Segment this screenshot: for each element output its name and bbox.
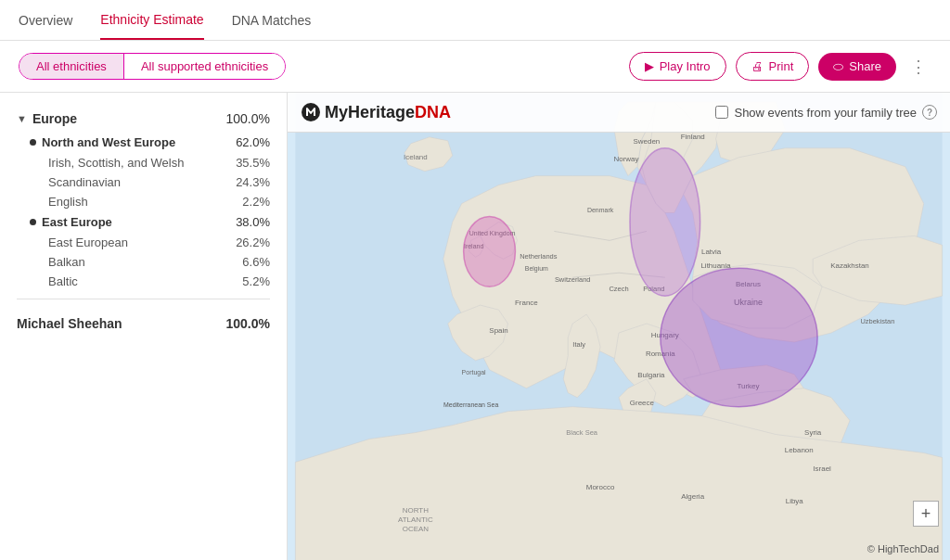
total-row: Michael Sheehan 100.0%	[0, 307, 287, 340]
israel-label: Israel	[813, 465, 831, 473]
latvia-label: Latvia	[701, 248, 722, 256]
north-atlantic-label3: OCEAN	[403, 525, 430, 533]
play-icon: ▶	[645, 59, 654, 73]
switzerland-label: Switzerland	[555, 275, 591, 284]
east-europe-group: East Europe 38.0%	[0, 211, 287, 233]
balkan-row: Balkan 6.6%	[0, 252, 287, 272]
netherlands-label: Netherlands	[520, 252, 558, 261]
nav-dna-matches[interactable]: DNA Matches	[232, 2, 312, 39]
kazakhstan-label: Kazakhstan	[830, 261, 869, 270]
black-sea-label: Black Sea	[566, 428, 597, 437]
france-label: France	[515, 299, 538, 307]
more-options-button[interactable]: ⋮	[905, 54, 931, 80]
ethnicity-filter-tabs: All ethnicities All supported ethnicitie…	[19, 53, 286, 80]
europe-label: ▼ Europe	[17, 111, 77, 126]
europe-section-header[interactable]: ▼ Europe 100.0%	[0, 106, 287, 132]
greece-label: Greece	[630, 399, 655, 407]
italy-label: Italy	[572, 340, 585, 349]
north-atlantic-label2: ATLANTIC	[398, 515, 433, 524]
bullet-icon	[30, 219, 36, 225]
east-europe-pct: 38.0%	[236, 215, 270, 229]
map-panel: MyHeritageDNA Show events from your fami…	[288, 93, 950, 560]
show-events-control: Show events from your family tree ?	[715, 105, 937, 120]
chevron-down-icon: ▼	[17, 113, 27, 124]
top-navigation: Overview Ethnicity Estimate DNA Matches	[0, 0, 950, 41]
syria-label: Syria	[804, 428, 822, 437]
help-icon[interactable]: ?	[922, 105, 937, 120]
east-european-row: East European 26.2%	[0, 233, 287, 252]
map-zoom-plus-button[interactable]: +	[913, 501, 939, 527]
myheritage-logo-icon	[301, 102, 321, 122]
map-attribution: © HighTechDad	[867, 543, 939, 554]
bullet-icon	[30, 139, 36, 146]
divider	[17, 299, 270, 299]
finland-label: Finland	[681, 133, 705, 141]
share-button[interactable]: ⬭ Share	[818, 53, 896, 81]
main-content: ▼ Europe 100.0% North and West Europe 62…	[0, 93, 950, 560]
nav-ethnicity-estimate[interactable]: Ethnicity Estimate	[100, 1, 203, 40]
show-events-label: Show events from your family tree	[734, 106, 917, 120]
tab-all-ethnicities[interactable]: All ethnicities	[19, 54, 124, 79]
portugal-label: Portugal	[462, 369, 486, 376]
lebanon-label: Lebanon	[785, 446, 814, 454]
filter-bar: All ethnicities All supported ethnicitie…	[0, 41, 950, 93]
libya-label: Libya	[786, 497, 804, 505]
europe-map-svg: Iceland Sweden Finland Norway Denmark Un…	[288, 93, 950, 560]
scandinavian-row: Scandinavian 24.3%	[0, 172, 287, 192]
north-west-europe-group: North and West Europe 62.0%	[0, 132, 287, 153]
east-europe-blob	[661, 268, 817, 406]
print-icon: 🖨	[751, 59, 764, 73]
print-button[interactable]: 🖨 Print	[736, 52, 810, 81]
north-atlantic-label: NORTH	[403, 506, 429, 515]
share-icon: ⬭	[833, 59, 843, 74]
myheritage-logo: MyHeritageDNA	[301, 102, 451, 122]
algeria-label: Algeria	[681, 492, 704, 501]
tab-all-supported-ethnicities[interactable]: All supported ethnicities	[124, 54, 285, 79]
english-row: English 2.2%	[0, 192, 287, 211]
sweden-label: Sweden	[634, 137, 661, 146]
map-header: MyHeritageDNA Show events from your fami…	[288, 93, 950, 133]
scandinavian-blob	[630, 148, 700, 296]
uzbekistan-label: Uzbekistan	[860, 317, 894, 325]
north-west-europe-pct: 62.0%	[236, 135, 270, 149]
map-container: Iceland Sweden Finland Norway Denmark Un…	[288, 93, 950, 560]
ethnicity-list-panel: ▼ Europe 100.0% North and West Europe 62…	[0, 93, 288, 560]
belgium-label: Belgium	[525, 265, 548, 273]
spain-label: Spain	[489, 326, 507, 335]
nav-overview[interactable]: Overview	[19, 2, 72, 39]
norway-label: Norway	[613, 155, 638, 163]
denmark-label: Denmark	[587, 207, 614, 213]
action-buttons: ▶ Play Intro 🖨 Print ⬭ Share ⋮	[629, 52, 931, 81]
play-intro-button[interactable]: ▶ Play Intro	[629, 52, 726, 81]
czech-label: Czech	[609, 285, 628, 293]
baltic-row: Baltic 5.2%	[0, 272, 287, 291]
iceland-label: Iceland	[404, 153, 428, 161]
show-events-checkbox[interactable]	[715, 106, 728, 119]
bulgaria-label: Bulgaria	[637, 371, 665, 379]
morocco-label: Morocco	[586, 483, 615, 491]
europe-pct: 100.0%	[226, 111, 270, 126]
med-sea-label: Mediterranean Sea	[443, 401, 498, 408]
british-isles-blob	[464, 216, 516, 286]
irish-row: Irish, Scottish, and Welsh 35.5%	[0, 153, 287, 172]
